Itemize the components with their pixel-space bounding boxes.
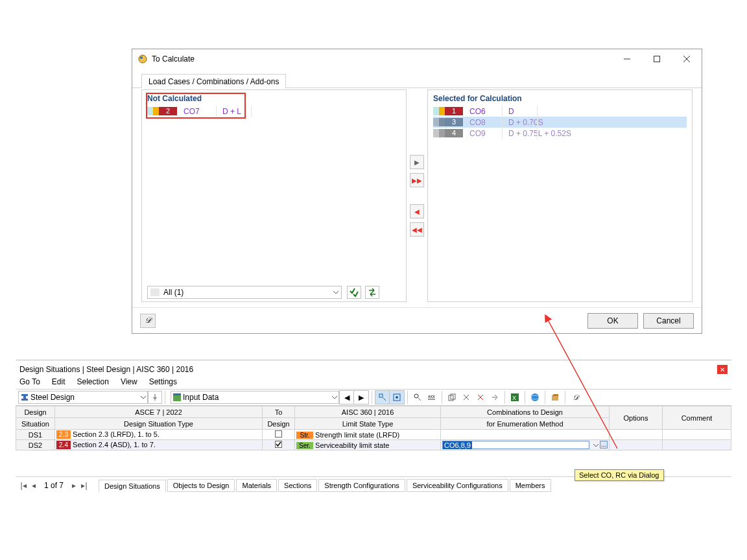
move-all-left-button[interactable]: ◀◀: [410, 222, 424, 237]
tab-load-cases[interactable]: Load Cases / Combinations / Add-ons: [141, 74, 286, 88]
cell-options[interactable]: [610, 440, 663, 450]
move-right-button[interactable]: ▶: [410, 155, 424, 169]
pager-label: 1 of 7: [44, 481, 64, 490]
tab-members[interactable]: Members: [510, 479, 551, 492]
th-sub[interactable]: Design Situation Type: [55, 418, 263, 430]
category-swatch: [439, 118, 445, 126]
move-all-right-button[interactable]: ▶▶: [410, 173, 424, 187]
design-module-dropdown[interactable]: Steel Design: [18, 391, 148, 404]
window-title-bar: Design Situations | Steel Design | AISC …: [16, 363, 731, 376]
replace-button[interactable]: xxx: [425, 391, 439, 404]
open-dialog-button[interactable]: …: [600, 441, 608, 449]
th-sub[interactable]: Design: [263, 418, 295, 430]
titlebar[interactable]: To Calculate: [132, 49, 702, 69]
pin-button[interactable]: [148, 391, 162, 404]
select-all-button[interactable]: [347, 286, 361, 299]
filter-dropdown[interactable]: All (1): [147, 286, 342, 299]
th-combinations[interactable]: Combinations to Design: [441, 406, 610, 418]
cancel-button[interactable]: Cancel: [643, 313, 694, 329]
pager-next-button[interactable]: ▸: [69, 481, 79, 490]
item-number: 2: [159, 107, 177, 115]
menu-goto[interactable]: Go To: [19, 377, 40, 386]
excel-button[interactable]: X: [508, 391, 522, 404]
svg-rect-7: [173, 393, 181, 395]
combinations-input[interactable]: CO6,8,9: [442, 441, 589, 449]
th-sub[interactable]: Situation: [16, 418, 55, 430]
cell-combinations[interactable]: CO6,8,9 …: [441, 440, 610, 450]
help-button[interactable]: 𝒟: [140, 314, 156, 328]
minimize-button[interactable]: [612, 49, 642, 69]
svg-point-11: [414, 394, 418, 398]
sync-select-button[interactable]: [375, 391, 390, 404]
menu-bar: Go To Edit Selection View Settings: [16, 376, 731, 389]
menu-selection[interactable]: Selection: [77, 377, 109, 386]
dialog-footer: 𝒟 OK Cancel: [132, 307, 702, 333]
category-swatch: [433, 107, 439, 115]
cell-limit: Str. Strength limit state (LRFD): [295, 430, 441, 440]
svg-rect-26: [276, 431, 282, 438]
tab-materials[interactable]: Materials: [236, 479, 277, 492]
not-calculated-list[interactable]: 2 CO7 D + L: [147, 106, 401, 282]
list-item[interactable]: 3 CO8 D + 0.70S: [433, 117, 687, 128]
th-aisc[interactable]: AISC 360 | 2016: [295, 406, 441, 418]
table-row[interactable]: DS1 2.3 Section 2.3 (LRFD), 1. to 5. Str…: [16, 430, 731, 440]
menu-settings[interactable]: Settings: [149, 377, 177, 386]
list-item[interactable]: 2 CO7 D + L: [147, 106, 401, 117]
sync-view-button[interactable]: [390, 391, 404, 404]
maximize-button[interactable]: [642, 49, 672, 69]
th-sub[interactable]: Limit State Type: [295, 418, 441, 430]
tab-design-situations[interactable]: Design Situations: [99, 480, 166, 493]
cell-combinations[interactable]: [441, 430, 610, 440]
swap-button[interactable]: [365, 286, 379, 299]
th-asce[interactable]: ASCE 7 | 2022: [55, 406, 263, 418]
co-label: CO8: [469, 118, 508, 127]
cell-comment[interactable]: [663, 440, 731, 450]
delete-button[interactable]: [473, 391, 488, 404]
category-swatch: [433, 129, 439, 137]
cell-todesign[interactable]: [263, 430, 295, 440]
go-button[interactable]: [488, 391, 502, 404]
find-button[interactable]: [410, 391, 425, 404]
nav-group: ◀ ▶: [339, 390, 369, 404]
globe-button[interactable]: [528, 391, 542, 404]
view-dropdown[interactable]: Input Data: [171, 391, 339, 404]
menu-view[interactable]: View: [121, 377, 137, 386]
th-options[interactable]: Options: [610, 406, 663, 430]
tab-objects-to-design[interactable]: Objects to Design: [167, 479, 235, 492]
tag-badge: 2.3: [56, 430, 71, 439]
tab-serviceability-configurations[interactable]: Serviceability Configurations: [407, 479, 508, 492]
cut-button[interactable]: [459, 391, 473, 404]
co-label: CO6: [469, 107, 508, 116]
cell-todesign[interactable]: [263, 440, 295, 450]
nav-prev-button[interactable]: ◀: [340, 391, 354, 404]
th-sub[interactable]: for Enumeration Method: [441, 418, 610, 430]
list-item[interactable]: 4 CO9 D + 0.75L + 0.52S: [433, 128, 687, 139]
th-design-situation[interactable]: Design: [16, 406, 55, 418]
selected-list[interactable]: 1 CO6 D 3 CO8 D + 0.70S 4 CO: [433, 106, 687, 296]
ok-button[interactable]: OK: [587, 313, 638, 329]
move-left-button[interactable]: ◀: [410, 204, 424, 218]
pager-first-button[interactable]: |◂: [18, 481, 29, 490]
pager-prev-button[interactable]: ◂: [29, 481, 39, 490]
svg-text:X: X: [512, 395, 516, 401]
pager-last-button[interactable]: ▸|: [79, 481, 89, 490]
table-row[interactable]: DS2 2.4 Section 2.4 (ASD), 1. to 7. Ser.…: [16, 440, 731, 450]
settings-button[interactable]: [548, 391, 562, 404]
cell-comment[interactable]: [663, 430, 731, 440]
th-comment[interactable]: Comment: [663, 406, 731, 430]
th-to-design[interactable]: To: [263, 406, 295, 418]
nav-next-button[interactable]: ▶: [354, 391, 368, 404]
menu-edit[interactable]: Edit: [52, 377, 65, 386]
item-number: 3: [445, 118, 463, 126]
copy-button[interactable]: [445, 391, 459, 404]
to-calculate-dialog: To Calculate Load Cases / Combinations /…: [132, 49, 702, 334]
limit-badge: Ser.: [296, 442, 313, 449]
help-button[interactable]: 𝒟: [568, 391, 582, 404]
list-item[interactable]: 1 CO6 D: [433, 106, 687, 117]
close-button[interactable]: [672, 49, 702, 69]
chevron-down-icon[interactable]: [593, 441, 599, 449]
tab-sections[interactable]: Sections: [278, 479, 317, 492]
close-icon[interactable]: ✕: [717, 365, 728, 374]
cell-options[interactable]: [610, 430, 663, 440]
tab-strength-configurations[interactable]: Strength Configurations: [318, 479, 405, 492]
